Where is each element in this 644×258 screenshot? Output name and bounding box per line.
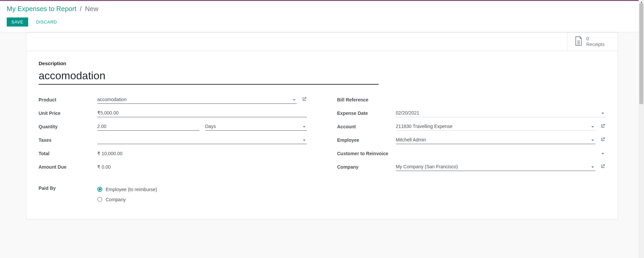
- paid-by-company-radio[interactable]: Company: [97, 197, 157, 202]
- external-link-icon[interactable]: [600, 137, 605, 143]
- product-label: Product: [39, 97, 97, 102]
- sheet-body: Description Product: [26, 51, 618, 219]
- breadcrumb-current: New: [85, 5, 98, 13]
- account-label: Account: [337, 124, 396, 129]
- header: My Expenses to Report / New SAVE DISCARD: [0, 1, 644, 32]
- external-link-icon[interactable]: [302, 96, 307, 103]
- expense-date-label: Expense Date: [337, 111, 396, 116]
- total-row: Total ₹ 10,000.00: [39, 148, 307, 159]
- expense-date-row: Expense Date: [337, 108, 605, 118]
- employee-label: Employee: [337, 137, 396, 143]
- account-input[interactable]: [396, 122, 595, 131]
- product-row: Product: [39, 95, 307, 105]
- paid-by-group: Employee (to reimburse) Company: [97, 187, 157, 202]
- external-link-icon[interactable]: [600, 123, 605, 130]
- action-buttons: SAVE DISCARD: [7, 17, 637, 27]
- radio-checked-icon: [97, 187, 102, 192]
- external-link-icon[interactable]: [600, 164, 605, 170]
- expense-date-input[interactable]: [396, 109, 605, 117]
- stat-bar: 0 Receipts: [26, 33, 618, 51]
- taxes-row: Taxes: [39, 135, 307, 145]
- unit-price-row: Unit Price: [39, 108, 307, 118]
- description-label: Description: [39, 60, 605, 66]
- document-icon: [574, 36, 583, 47]
- total-label: Total: [39, 151, 97, 156]
- form-columns: Product Unit Price: [39, 95, 605, 206]
- amount-due-row: Amount Due ₹ 0.00: [39, 162, 307, 172]
- receipts-button[interactable]: 0 Receipts: [567, 33, 618, 51]
- receipts-label: Receipts: [586, 42, 604, 47]
- content-wrap: 0 Receipts Description Product: [0, 32, 644, 233]
- scrollbar[interactable]: ▴: [639, 0, 644, 233]
- quantity-label: Quantity: [39, 124, 97, 129]
- radio-unchecked-icon: [97, 197, 102, 202]
- paid-by-label: Paid By: [39, 185, 97, 191]
- taxes-input[interactable]: [97, 136, 307, 144]
- quantity-row: Quantity: [39, 122, 307, 132]
- product-input[interactable]: [97, 95, 297, 104]
- discard-button[interactable]: DISCARD: [32, 17, 62, 27]
- unit-price-input[interactable]: [97, 109, 307, 117]
- customer-reinvoice-row: Customer to Reinvoice: [337, 148, 605, 159]
- description-input[interactable]: [39, 69, 379, 85]
- account-row: Account: [337, 122, 605, 132]
- amount-due-label: Amount Due: [39, 164, 97, 170]
- breadcrumb-separator: /: [80, 5, 82, 13]
- bill-reference-row: Bill Reference: [337, 95, 605, 105]
- employee-row: Employee: [337, 135, 605, 145]
- company-label: Company: [337, 164, 396, 170]
- left-column: Product Unit Price: [39, 95, 307, 206]
- scrollbar-thumb[interactable]: [639, 3, 643, 104]
- taxes-label: Taxes: [39, 137, 97, 143]
- customer-reinvoice-label: Customer to Reinvoice: [337, 151, 396, 156]
- form-sheet: 0 Receipts Description Product: [26, 32, 618, 219]
- paid-by-row: Paid By Employee (to reimburse) Company: [39, 185, 307, 202]
- paid-by-company-label: Company: [106, 197, 126, 202]
- quantity-input[interactable]: [97, 122, 199, 131]
- breadcrumb: My Expenses to Report / New: [7, 5, 637, 13]
- paid-by-employee-label: Employee (to reimburse): [106, 187, 157, 192]
- breadcrumb-parent[interactable]: My Expenses to Report: [7, 5, 76, 13]
- total-value: ₹ 10,000.00: [97, 149, 122, 158]
- unit-price-label: Unit Price: [39, 111, 97, 116]
- amount-due-value: ₹ 0.00: [97, 163, 111, 171]
- right-column: Bill Reference Expense Date Account: [337, 95, 605, 206]
- employee-input[interactable]: [396, 136, 595, 144]
- save-button[interactable]: SAVE: [7, 17, 28, 27]
- bill-reference-label: Bill Reference: [337, 97, 396, 102]
- receipts-count: 0: [586, 36, 604, 42]
- quantity-uom-input[interactable]: [205, 122, 307, 131]
- company-input[interactable]: [396, 163, 595, 171]
- company-row: Company: [337, 162, 605, 172]
- customer-reinvoice-input[interactable]: [396, 149, 605, 158]
- paid-by-employee-radio[interactable]: Employee (to reimburse): [97, 187, 157, 192]
- receipts-text: 0 Receipts: [586, 36, 604, 47]
